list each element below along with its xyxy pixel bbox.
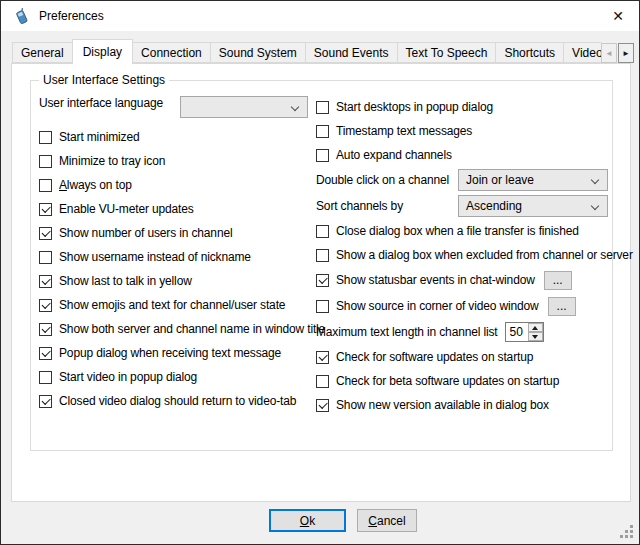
app-icon [13,8,30,25]
checkbox-closed-video-dialog-should-return-to-video-tab[interactable] [39,395,52,408]
maximum-text-length-in-channel-list-spinbox[interactable]: 50 [505,322,544,342]
cancel-button[interactable]: Cancel [357,509,417,532]
row-always-on-top[interactable]: Always on top [39,173,312,197]
checkbox-check-for-beta-software-updates-on-startup[interactable] [316,375,329,388]
checkbox-show-source-in-corner-of-video-window[interactable] [316,300,329,313]
row-show-emojis-and-text-for-channel-user-state[interactable]: Show emojis and text for channel/user st… [39,293,312,317]
checkbox-show-both-server-and-channel-name-in-window-title[interactable] [39,323,52,336]
checkbox-start-desktops-in-popup-dialog[interactable] [316,101,329,114]
ok-button[interactable]: Ok [269,509,346,532]
row-start-minimized[interactable]: Start minimized [39,125,312,149]
row-check-for-beta-software-updates-on-startup[interactable]: Check for beta software updates on start… [316,369,608,393]
label-close-dialog-box-when-a-file-transfer-is-finished[interactable]: Close dialog box when a file transfer is… [336,224,579,238]
row-start-desktops-in-popup-dialog[interactable]: Start desktops in popup dialog [316,95,608,119]
checkbox-timestamp-text-messages[interactable] [316,125,329,138]
label-always-on-top[interactable]: Always on top [59,178,132,192]
row-timestamp-text-messages[interactable]: Timestamp text messages [316,119,608,143]
checkbox-show-a-dialog-box-when-excluded-from-channel-or-server[interactable] [316,249,329,262]
checkbox-show-emojis-and-text-for-channel-user-state[interactable] [39,299,52,312]
show-statusbar-events-in-chat-window-more-button[interactable]: ... [544,271,572,290]
label-start-desktops-in-popup-dialog[interactable]: Start desktops in popup dialog [336,100,493,114]
row-show-source-in-corner-of-video-window[interactable]: Show source in corner of video window... [316,293,608,319]
label-popup-dialog-when-receiving-text-message[interactable]: Popup dialog when receiving text message [59,346,281,360]
label-show-emojis-and-text-for-channel-user-state[interactable]: Show emojis and text for channel/user st… [59,298,285,312]
label-check-for-beta-software-updates-on-startup[interactable]: Check for beta software updates on start… [336,374,559,388]
label-show-new-version-available-in-dialog-box[interactable]: Show new version available in dialog box [336,398,549,412]
checkbox-minimize-to-tray-icon[interactable] [39,155,52,168]
label-show-username-instead-of-nickname[interactable]: Show username instead of nickname [59,250,251,264]
resize-grip-icon[interactable] [620,525,634,539]
tab-connection[interactable]: Connection [132,42,211,63]
tab-scroll-right-button[interactable]: ► [618,43,634,63]
tab-general[interactable]: General [12,42,73,63]
tab-scroll-left-button[interactable]: ◄ [601,43,617,63]
checkbox-show-number-of-users-in-channel[interactable] [39,227,52,240]
titlebar[interactable]: Preferences ✕ [1,1,639,31]
row-maximum-text-length-in-channel-list[interactable]: Maximum text length in channel list50 [316,319,608,345]
row-show-both-server-and-channel-name-in-window-title[interactable]: Show both server and channel name in win… [39,317,312,341]
checkbox-show-username-instead-of-nickname[interactable] [39,251,52,264]
row-closed-video-dialog-should-return-to-video-tab[interactable]: Closed video dialog should return to vid… [39,389,312,413]
label-show-statusbar-events-in-chat-window[interactable]: Show statusbar events in chat-window [336,273,535,287]
label-maximum-text-length-in-channel-list: Maximum text length in channel list [316,325,498,339]
row-show-a-dialog-box-when-excluded-from-channel-or-server[interactable]: Show a dialog box when excluded from cha… [316,243,608,267]
label-start-minimized[interactable]: Start minimized [59,130,139,144]
label-auto-expand-channels[interactable]: Auto expand channels [336,148,452,162]
row-show-number-of-users-in-channel[interactable]: Show number of users in channel [39,221,312,245]
show-source-in-corner-of-video-window-more-button[interactable]: ... [548,297,576,316]
label-timestamp-text-messages[interactable]: Timestamp text messages [336,124,472,138]
row-auto-expand-channels[interactable]: Auto expand channels [316,143,608,167]
row-enable-vu-meter-updates[interactable]: Enable VU-meter updates [39,197,312,221]
tab-display[interactable]: Display [72,39,133,64]
tab-shortcuts[interactable]: Shortcuts [495,42,564,63]
row-start-video-in-popup-dialog[interactable]: Start video in popup dialog [39,365,312,389]
checkbox-show-statusbar-events-in-chat-window[interactable] [316,274,329,287]
spin-up-button[interactable] [528,323,543,332]
checkbox-start-minimized[interactable] [39,131,52,144]
label-show-last-to-talk-in-yellow[interactable]: Show last to talk in yellow [59,274,192,288]
display-tab-pane: User Interface Settings User interface l… [11,63,631,502]
label-show-both-server-and-channel-name-in-window-title[interactable]: Show both server and channel name in win… [59,322,325,336]
row-show-username-instead-of-nickname[interactable]: Show username instead of nickname [39,245,312,269]
label-show-source-in-corner-of-video-window[interactable]: Show source in corner of video window [336,299,539,313]
ok-button-label: Ok [300,514,315,528]
row-show-statusbar-events-in-chat-window[interactable]: Show statusbar events in chat-window... [316,267,608,293]
label-enable-vu-meter-updates[interactable]: Enable VU-meter updates [59,202,194,216]
label-start-video-in-popup-dialog[interactable]: Start video in popup dialog [59,370,197,384]
spin-down-button[interactable] [528,332,543,341]
row-popup-dialog-when-receiving-text-message[interactable]: Popup dialog when receiving text message [39,341,312,365]
tab-sound-events[interactable]: Sound Events [305,42,398,63]
tab-text-to-speech[interactable]: Text To Speech [397,42,497,63]
row-close-dialog-box-when-a-file-transfer-is-finished[interactable]: Close dialog box when a file transfer is… [316,219,608,243]
close-button[interactable]: ✕ [597,1,639,31]
language-select[interactable] [180,96,308,118]
checkbox-check-for-software-updates-on-startup[interactable] [316,351,329,364]
checkbox-start-video-in-popup-dialog[interactable] [39,371,52,384]
tab-video[interactable]: Video [563,42,601,63]
row-sort-channels-by[interactable]: Sort channels byAscending [316,193,608,219]
checkbox-auto-expand-channels[interactable] [316,149,329,162]
checkbox-enable-vu-meter-updates[interactable] [39,203,52,216]
double-click-on-a-channel-select[interactable]: Join or leave [458,169,608,191]
label-closed-video-dialog-should-return-to-video-tab[interactable]: Closed video dialog should return to vid… [59,394,296,408]
spin-buttons [528,323,543,341]
tab-scrollers: ◄ ► [600,43,634,63]
label-show-a-dialog-box-when-excluded-from-channel-or-server[interactable]: Show a dialog box when excluded from cha… [336,248,633,262]
row-minimize-to-tray-icon[interactable]: Minimize to tray icon [39,149,312,173]
checkbox-always-on-top[interactable] [39,179,52,192]
label-check-for-software-updates-on-startup[interactable]: Check for software updates on startup [336,350,533,364]
row-show-new-version-available-in-dialog-box[interactable]: Show new version available in dialog box [316,393,608,417]
checkbox-popup-dialog-when-receiving-text-message[interactable] [39,347,52,360]
label-minimize-to-tray-icon[interactable]: Minimize to tray icon [59,154,165,168]
checkbox-show-last-to-talk-in-yellow[interactable] [39,275,52,288]
checkbox-close-dialog-box-when-a-file-transfer-is-finished[interactable] [316,225,329,238]
row-check-for-software-updates-on-startup[interactable]: Check for software updates on startup [316,345,608,369]
cancel-button-label: Cancel [368,514,405,528]
checkbox-show-new-version-available-in-dialog-box[interactable] [316,399,329,412]
maximum-text-length-in-channel-list-value[interactable]: 50 [506,323,528,341]
sort-channels-by-select[interactable]: Ascending [458,195,608,217]
row-double-click-on-a-channel[interactable]: Double click on a channelJoin or leave [316,167,608,193]
label-show-number-of-users-in-channel[interactable]: Show number of users in channel [59,226,232,240]
tab-sound-system[interactable]: Sound System [210,42,306,63]
row-show-last-to-talk-in-yellow[interactable]: Show last to talk in yellow [39,269,312,293]
